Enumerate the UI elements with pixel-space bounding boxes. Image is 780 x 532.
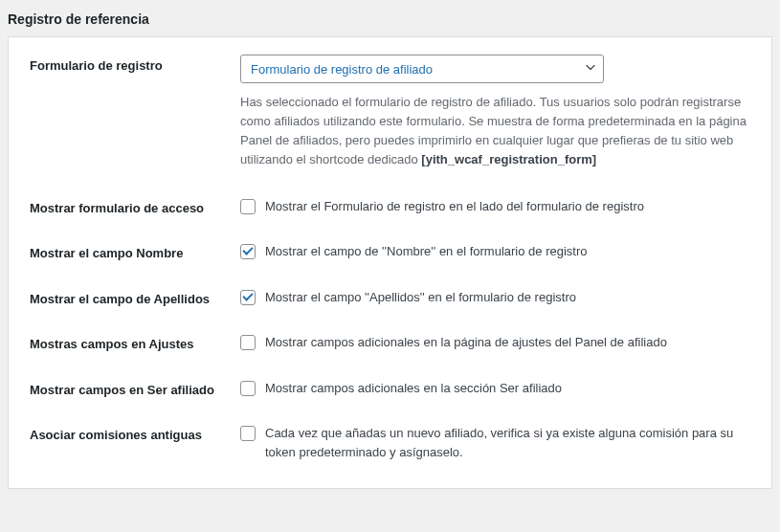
- control-show-settings-fields: Mostrar campos adicionales en la página …: [240, 333, 750, 352]
- checkbox-show-affiliate-fields[interactable]: [240, 381, 256, 396]
- checkbox-show-surname[interactable]: [240, 290, 256, 305]
- row-registration-form: Formulario de registro Formulario de reg…: [30, 55, 750, 184]
- section-title: Registro de referencia: [0, 0, 780, 36]
- checkline-show-login: Mostrar el Formulario de registro en el …: [240, 197, 750, 216]
- registration-form-select-value: Formulario de registro de afiliado: [251, 62, 433, 77]
- control-registration-form: Formulario de registro de afiliado Has s…: [240, 55, 750, 170]
- label-show-surname: Mostrar el campo de Apellidos: [30, 288, 240, 306]
- control-associate-commissions: Cada vez que añadas un nuevo afiliado, v…: [240, 424, 750, 461]
- registration-form-help: Has seleccionado el formulario de regist…: [240, 93, 750, 170]
- row-associate-commissions: Asociar comisiones antiguas Cada vez que…: [30, 410, 750, 475]
- desc-show-name: Mostrar el campo de ''Nombre'' en el for…: [265, 242, 588, 261]
- row-show-name: Mostrar el campo Nombre Mostrar el campo…: [30, 229, 750, 275]
- desc-show-affiliate-fields: Mostrar campos adicionales en la sección…: [265, 379, 562, 398]
- label-associate-commissions: Asociar comisiones antiguas: [30, 424, 240, 442]
- label-show-login: Mostrar formulario de acceso: [30, 197, 240, 215]
- label-show-settings-fields: Mostras campos en Ajustes: [30, 333, 240, 351]
- row-show-settings-fields: Mostras campos en Ajustes Mostrar campos…: [30, 320, 750, 366]
- label-registration-form: Formulario de registro: [30, 55, 240, 73]
- settings-panel: Formulario de registro Formulario de reg…: [8, 36, 772, 489]
- desc-show-login: Mostrar el Formulario de registro en el …: [265, 197, 644, 216]
- registration-form-select-wrap: Formulario de registro de afiliado: [240, 55, 604, 83]
- row-show-affiliate-fields: Mostrar campos en Ser afiliado Mostrar c…: [30, 366, 750, 411]
- checkline-show-settings-fields: Mostrar campos adicionales en la página …: [240, 333, 750, 352]
- control-show-login: Mostrar el Formulario de registro en el …: [240, 197, 750, 216]
- checkline-associate-commissions: Cada vez que añadas un nuevo afiliado, v…: [240, 424, 750, 461]
- checkline-show-name: Mostrar el campo de ''Nombre'' en el for…: [240, 242, 750, 261]
- control-show-surname: Mostrar el campo ''Apellidos'' en el for…: [240, 288, 750, 307]
- control-show-name: Mostrar el campo de ''Nombre'' en el for…: [240, 242, 750, 261]
- checkbox-show-login[interactable]: [240, 199, 256, 214]
- checkline-show-affiliate-fields: Mostrar campos adicionales en la sección…: [240, 379, 750, 398]
- checkbox-associate-commissions[interactable]: [240, 426, 256, 441]
- row-show-login: Mostrar formulario de acceso Mostrar el …: [30, 184, 750, 230]
- checkline-show-surname: Mostrar el campo ''Apellidos'' en el for…: [240, 288, 750, 307]
- desc-show-settings-fields: Mostrar campos adicionales en la página …: [265, 333, 667, 352]
- row-show-surname: Mostrar el campo de Apellidos Mostrar el…: [30, 275, 750, 321]
- shortcode-text: [yith_wcaf_registration_form]: [421, 152, 596, 166]
- label-show-name: Mostrar el campo Nombre: [30, 242, 240, 260]
- checkbox-show-settings-fields[interactable]: [240, 335, 256, 350]
- label-show-affiliate-fields: Mostrar campos en Ser afiliado: [30, 379, 240, 397]
- desc-associate-commissions: Cada vez que añadas un nuevo afiliado, v…: [265, 424, 750, 461]
- registration-form-select[interactable]: Formulario de registro de afiliado: [240, 55, 604, 83]
- control-show-affiliate-fields: Mostrar campos adicionales en la sección…: [240, 379, 750, 398]
- checkbox-show-name[interactable]: [240, 244, 256, 259]
- desc-show-surname: Mostrar el campo ''Apellidos'' en el for…: [265, 288, 576, 307]
